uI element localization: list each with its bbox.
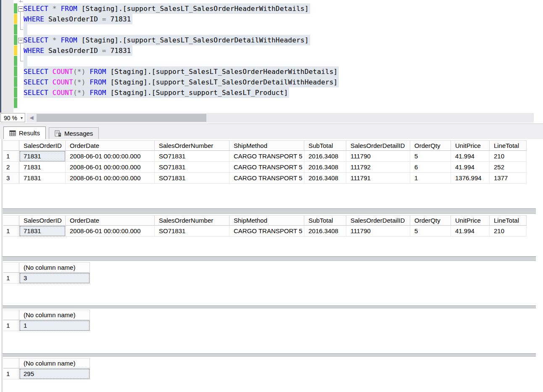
editor-zoom-select[interactable]: 90 % ▾ [0,113,25,122]
grid-cell[interactable]: 2008-06-01 00:00:00.000 [66,173,155,184]
grid-column-header[interactable]: SubTotal [304,215,346,226]
grid-row-header[interactable]: 1 [3,368,19,379]
grid-row-header[interactable]: 1 [3,320,19,331]
grid-cell[interactable]: 1 [410,173,451,184]
tab-results[interactable]: Results [3,126,46,139]
grid-corner-cell[interactable] [3,358,19,368]
grid-cell[interactable]: 1377 [490,173,527,184]
grid-column-header[interactable]: SalesOrderDetailID [346,215,410,226]
grid-cell[interactable]: 111790 [346,226,410,237]
grid-column-header[interactable]: OrderDate [66,215,155,226]
scrollbar-thumb[interactable] [37,114,206,122]
grid-corner-cell[interactable] [3,262,19,273]
editor-line[interactable]: SELECT * FROM [Staging].[support_SalesLT… [0,3,543,14]
editor-line[interactable] [0,98,543,108]
editor-line[interactable]: SELECT COUNT(*) FROM [Staging].[support_… [0,77,543,87]
grid-cell[interactable]: 41.994 [451,151,490,162]
editor-line[interactable]: WHERE SalesOrderID = 71831 [0,45,543,56]
grid-column-header[interactable]: SalesOrderID [19,140,66,151]
grid-cell[interactable]: 71831 [19,226,66,237]
grid-row-header[interactable]: 2 [3,162,19,173]
editor-line[interactable]: SELECT COUNT(*) FROM [Staging].[support_… [0,66,543,77]
grid-cell[interactable]: 41.994 [451,162,490,173]
grid-cell[interactable]: 5 [410,151,451,162]
grid-column-header[interactable]: (No column name) [19,310,90,320]
grid-column-header[interactable]: ShipMethod [229,215,304,226]
grid-cell[interactable]: CARGO TRANSPORT 5 [229,162,304,173]
tab-messages[interactable]: Messages [49,127,99,139]
editor-line[interactable]: SELECT COUNT(*) FROM [Staging].[Support_… [0,87,543,98]
grid-row-header[interactable]: 1 [3,151,19,162]
grid-cell[interactable]: 6 [410,162,451,173]
editor-line[interactable] [0,24,543,35]
grid-corner-cell[interactable] [3,215,19,226]
grid-cell[interactable]: 5 [410,226,451,237]
grid-cell[interactable]: 71831 [19,151,66,162]
grid-column-header[interactable]: OrderQty [410,140,451,151]
pane-splitter[interactable] [3,305,536,308]
pane-splitter[interactable] [3,256,536,261]
grid-cell[interactable]: 2016.3408 [304,151,346,162]
grid-cell[interactable]: 71831 [19,162,66,173]
grid-column-header[interactable]: SubTotal [304,140,346,151]
grid-header-row: SalesOrderIDOrderDateSalesOrderNumberShi… [3,215,537,226]
grid-cell[interactable]: 111791 [346,173,410,184]
grid-cell[interactable]: SO71831 [155,151,229,162]
pane-splitter[interactable] [3,353,536,357]
grid-column-header[interactable]: LineTotal [490,140,527,151]
editor-line[interactable]: WHERE SalesOrderID = 71831 [0,14,543,24]
grid-cell[interactable]: 2016.3408 [304,162,346,173]
fold-collapse-icon[interactable] [18,6,24,12]
code-text: SELECT COUNT(*) FROM [Staging].[support_… [24,66,339,77]
grid-column-header[interactable]: SalesOrderNumber [155,140,229,151]
grid-cell[interactable]: CARGO TRANSPORT 5 [229,173,304,184]
grid-cell[interactable]: 295 [19,368,90,379]
pane-splitter[interactable] [3,208,536,214]
grid-cell[interactable]: 2008-06-01 00:00:00.000 [66,151,155,162]
grid-column-header[interactable]: UnitPrice [451,140,490,151]
grid-cell[interactable]: 1 [19,320,90,331]
grid-cell[interactable]: 1376.994 [451,173,490,184]
grid-cell[interactable]: 111790 [346,151,410,162]
grid-cell[interactable]: 41.994 [451,226,490,237]
grid-row-header[interactable]: 3 [3,173,19,184]
grid-column-header[interactable]: OrderDate [66,140,155,151]
editor-line[interactable] [0,56,543,66]
grid-corner-cell[interactable] [3,310,19,320]
grid-column-header[interactable]: UnitPrice [451,215,490,226]
grid-column-header[interactable]: SalesOrderDetailID [346,140,410,151]
grid-corner-cell[interactable] [3,140,19,151]
grid-row-header[interactable]: 1 [3,226,19,237]
grid-column-header[interactable]: (No column name) [19,262,90,273]
result-pane-query-1-results: SalesOrderIDOrderDateSalesOrderNumberShi… [3,139,537,208]
grid-cell[interactable]: SO71831 [155,226,229,237]
grid-cell[interactable]: 71831 [19,173,66,184]
grid-cell[interactable]: SO71831 [155,162,229,173]
grid-cell[interactable]: CARGO TRANSPORT 5 [229,226,304,237]
grid-cell[interactable]: 3 [19,273,90,284]
scroll-left-arrow-icon[interactable]: ◀ [28,113,35,123]
grid-cell[interactable]: 252 [490,162,527,173]
fold-collapse-icon[interactable] [18,38,24,43]
grid-column-header[interactable]: ShipMethod [229,140,304,151]
editor-line[interactable]: SELECT * FROM [Staging].[support_SalesLT… [0,35,543,45]
grid-column-header[interactable]: OrderQty [410,215,451,226]
grid-cell[interactable]: 210 [490,151,527,162]
grid-cell[interactable]: 111792 [346,162,410,173]
change-bar-green [14,35,17,45]
grid-cell[interactable]: 2016.3408 [304,173,346,184]
grid-cell[interactable]: 2008-06-01 00:00:00.000 [66,162,155,173]
horizontal-scrollbar[interactable]: ◀ [26,113,534,123]
grid-column-header[interactable]: LineTotal [490,215,527,226]
grid-cell[interactable]: 2008-06-01 00:00:00.000 [66,226,155,237]
grid-cell[interactable]: SO71831 [155,173,229,184]
grid-cell[interactable]: 210 [490,226,527,237]
grid-column-header[interactable]: (No column name) [19,358,90,368]
grid-cell[interactable]: 2016.3408 [304,226,346,237]
grid-column-header[interactable]: SalesOrderID [19,215,66,226]
grid-row-header[interactable]: 1 [3,273,19,284]
sql-editor[interactable]: SELECT * FROM [Staging].[support_SalesLT… [0,0,543,113]
fold-line-tick [21,29,23,30]
grid-column-header[interactable]: SalesOrderNumber [155,215,229,226]
grid-cell[interactable]: CARGO TRANSPORT 5 [229,151,304,162]
